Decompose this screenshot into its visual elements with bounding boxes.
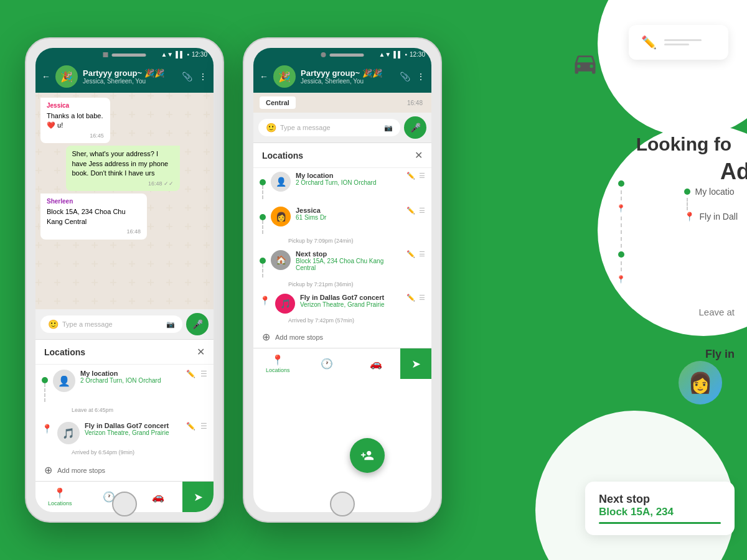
p2-name-4: Fly in Dallas Got7 concert	[300, 294, 402, 301]
attach-icon-1[interactable]: 📎	[182, 72, 192, 82]
pencil-lines	[664, 39, 702, 45]
send-button-2[interactable]: ➤	[400, 348, 431, 379]
chat-subtitle-1: Jessica, Sherleen, You	[83, 78, 177, 85]
p2-addr-2: 61 Sims Dr	[296, 214, 402, 221]
message-2: Sher, what's your address? I have Jess a…	[66, 146, 209, 191]
more-icon-1[interactable]: ⋮	[199, 72, 207, 82]
back-button-1[interactable]: ←	[42, 72, 50, 82]
loc-name-1: My location	[80, 370, 181, 377]
pencil-icon: ✏️	[641, 35, 657, 50]
p2-actions-1: ✏️ ☰	[406, 172, 425, 180]
pencil-line-long	[664, 39, 702, 41]
smiley-icon-1[interactable]: 🙂	[48, 319, 59, 329]
next-stop-address: Block 15A, 234	[599, 506, 721, 518]
tab-time-2[interactable]: 🕐	[303, 355, 352, 372]
pencil-line-short	[664, 44, 689, 45]
mic-button-2[interactable]: 🎤	[404, 116, 426, 139]
loc-address-1: 2 Orchard Turn, ION Orchard	[80, 377, 181, 384]
next-stop-card: Next stop Block 15A, 234	[585, 482, 735, 535]
signal-icon: ▌▌	[176, 51, 184, 58]
msg-text-1: Thanks a lot babe. ❤️ u!	[47, 111, 104, 131]
status-time: 12:30	[192, 51, 207, 58]
msg-input-field-1[interactable]: 🙂 Type a message 📷	[40, 315, 182, 333]
chat-name-1: Partyyy group~ 🎉🎉	[83, 68, 177, 78]
p2-connector-3	[262, 264, 263, 278]
p2-avatar-2: 👩	[271, 207, 291, 226]
p2-pickup-1: Pickup by 7:09pm (24min)	[253, 238, 431, 246]
camera-icon-2[interactable]: 📷	[384, 124, 393, 132]
wifi-icon-2: ▲▼	[378, 51, 391, 58]
add-stops-1[interactable]: ⊕ Add more stops	[35, 459, 214, 481]
p2-circle-1	[260, 179, 266, 185]
msg-bubble-1: Jessica Thanks a lot babe. ❤️ u! 16:45	[40, 98, 110, 143]
p2-pin-4: 📍	[260, 296, 270, 305]
decorative-circle-top	[598, 0, 747, 137]
chat-header-icons-1: 📎 ⋮	[182, 72, 207, 82]
message-1: Jessica Thanks a lot babe. ❤️ u! 16:45	[40, 98, 128, 143]
right-panel: ✏️ Looking fo Ad My locatio 📍 Fly in Dal…	[486, 0, 747, 560]
loc-avatar-2: 🎵	[57, 422, 80, 444]
tab-car-2[interactable]: 🚗	[351, 355, 400, 372]
locations-title-1: Locations	[44, 347, 85, 357]
input-placeholder-1: Type a message	[59, 320, 166, 328]
phone-1: ▲▼ ▌▌ ▪ 12:30 ← 🎉 Partyyy group~ 🎉🎉 Jess…	[25, 37, 224, 523]
p2-arrived: Arrived by 7:42pm (57min)	[253, 317, 431, 326]
status-time-2: 12:30	[410, 51, 425, 58]
edit-icon-2[interactable]: ✏️	[186, 422, 195, 431]
looking-for-text: Looking fo	[636, 134, 731, 155]
add-stops-icon-1: ⊕	[44, 464, 52, 476]
p2-loc-dot-2	[260, 207, 266, 234]
locations-panel-2: Locations ✕ 👤 My location 2 Orchard Turn…	[253, 142, 431, 348]
ad-text: Ad	[720, 159, 747, 185]
p2-edit-2[interactable]: ✏️	[406, 207, 415, 215]
rs-conn-3	[621, 261, 622, 271]
msg-input-bar-1: 🙂 Type a message 📷 🎤	[35, 309, 214, 339]
p2-info-2: Jessica 61 Sims Dr	[296, 207, 402, 221]
right-dotted-connector	[687, 198, 688, 210]
p2-connector-1	[262, 185, 263, 199]
p2-actions-4: ✏️ ☰	[406, 294, 425, 302]
loc-info-1: My location 2 Orchard Turn, ION Orchard	[80, 370, 181, 384]
locations-close-1[interactable]: ✕	[197, 346, 205, 358]
msg-sender-3: Sherleen	[47, 197, 141, 206]
add-contact-fab[interactable]	[350, 438, 385, 473]
mic-button-1[interactable]: 🎤	[186, 313, 209, 335]
more-icon-2[interactable]: ⋮	[416, 72, 425, 82]
handle-icon-1: ☰	[200, 370, 207, 378]
add-contact-icon	[360, 449, 374, 462]
locations-close-2[interactable]: ✕	[415, 149, 423, 161]
p2-name-2: Jessica	[296, 207, 402, 214]
camera-icon-1[interactable]: 📷	[166, 320, 175, 329]
edit-icon-1[interactable]: ✏️	[186, 370, 195, 378]
loc-avatar-1: 👤	[53, 370, 75, 392]
wifi-icon: ▲▼	[161, 51, 173, 58]
add-stops-2[interactable]: ⊕ Add more stops	[253, 326, 431, 348]
tab-locations-1[interactable]: 📍 Locations	[35, 485, 85, 509]
msg-input-field-2[interactable]: 🙂 Type a message 📷	[258, 119, 400, 136]
add-stops-label-2: Add more stops	[275, 334, 323, 341]
loc-connector-1	[44, 383, 45, 402]
chat-header-info-2: Partyyy group~ 🎉🎉 Jessica, Sherleen, You	[301, 68, 395, 85]
back-button-2[interactable]: ←	[260, 72, 268, 82]
tab-car-1[interactable]: 🚗	[133, 488, 182, 505]
tab-locations-2[interactable]: 📍 Locations	[253, 352, 303, 376]
p2-loc-dot-1	[260, 172, 266, 199]
p2-avatar-1: 👤	[271, 172, 291, 192]
p2-edit-3[interactable]: ✏️	[406, 250, 415, 258]
tab-time-icon-2: 🕐	[321, 358, 333, 370]
phone-camera-dot	[103, 52, 108, 57]
p2-edit-1[interactable]: ✏️	[406, 172, 415, 180]
loc-actions-2: ✏️ ☰	[186, 422, 207, 431]
attach-icon-2[interactable]: 📎	[400, 72, 410, 82]
tab-loc-icon-2: 📍	[271, 354, 284, 366]
chat-header-icons-2: 📎 ⋮	[400, 72, 425, 82]
phone-home-button-2[interactable]	[330, 492, 355, 516]
send-button-1[interactable]: ➤	[182, 482, 214, 512]
p2-info-4: Fly in Dallas Got7 concert Verizon Theat…	[300, 294, 402, 308]
phone-home-button-1[interactable]	[112, 492, 137, 516]
location-item-2: 📍 🎵 Fly in Dallas Got7 concert Verizon T…	[35, 417, 214, 449]
smiley-icon-2[interactable]: 🙂	[266, 123, 276, 133]
p2-edit-4[interactable]: ✏️	[406, 294, 415, 302]
p2-name-1: My location	[296, 172, 402, 179]
send-icon-1: ➤	[194, 490, 203, 504]
